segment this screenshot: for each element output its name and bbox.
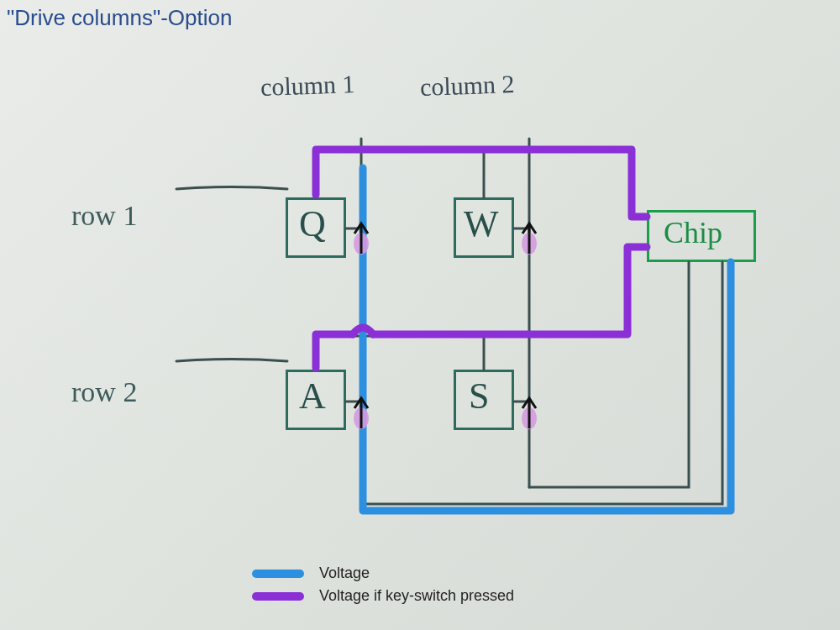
diode-icon (354, 398, 369, 429)
page-title: "Drive columns"-Option (7, 5, 232, 31)
label-column-1: column 1 (260, 70, 355, 102)
svg-point-1 (522, 233, 537, 255)
label-row-2: row 2 (71, 376, 137, 408)
key-letter-a: A (299, 375, 326, 417)
legend-row-voltage-pressed: Voltage if key-switch pressed (252, 587, 514, 605)
legend-swatch-voltage (252, 570, 304, 578)
key-letter-w: W (464, 202, 499, 245)
diode-icon (522, 398, 537, 429)
svg-point-0 (354, 233, 369, 255)
legend: Voltage Voltage if key-switch pressed (252, 559, 514, 605)
legend-swatch-voltage-pressed (252, 592, 304, 601)
diode-icon (354, 223, 369, 255)
svg-point-3 (522, 407, 537, 429)
chip-label: Chip (664, 215, 722, 250)
diode-icon (522, 223, 537, 255)
legend-label-voltage: Voltage (319, 564, 370, 582)
legend-row-voltage: Voltage (252, 564, 514, 582)
key-letter-q: Q (299, 202, 326, 245)
key-letter-s: S (469, 375, 489, 417)
legend-label-voltage-pressed: Voltage if key-switch pressed (319, 587, 514, 605)
svg-point-2 (354, 407, 369, 429)
label-column-2: column 2 (419, 70, 515, 102)
label-row-1: row 1 (71, 200, 137, 232)
